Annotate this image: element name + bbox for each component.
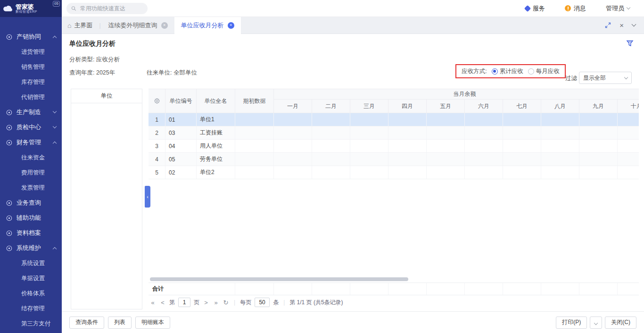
print-options-button[interactable] — [590, 316, 602, 329]
sidebar-item-business-query[interactable]: 业务查询 — [0, 195, 62, 210]
sidebar-item-label: 第三方支付 — [21, 320, 51, 328]
per-page-prefix: 每页 — [240, 299, 251, 307]
last-page-button[interactable]: » — [213, 299, 219, 306]
prev-page-button[interactable]: < — [159, 299, 166, 306]
table-row[interactable]: 101单位1 — [149, 113, 639, 126]
table-row[interactable]: 502单位2 — [149, 166, 639, 179]
column-settings-button[interactable] — [149, 89, 165, 113]
column-header-month: 四月 — [388, 100, 427, 113]
value-cell — [465, 126, 503, 139]
column-header-month: 一月 — [274, 100, 312, 113]
tab-unit-receivable-month-analysis[interactable]: 单位应收月分析 × — [174, 17, 241, 34]
column-header-month: 九月 — [579, 100, 618, 113]
column-group-month-balance: 当月余额 — [274, 89, 639, 100]
sidebar-item-label: 单据设置 — [21, 275, 45, 283]
sidebar-item-expense-management[interactable]: 费用管理 — [0, 165, 62, 180]
row-index-cell: 3 — [149, 140, 165, 152]
first-page-button[interactable]: « — [149, 299, 156, 306]
sidebar-item-purchase-management[interactable]: 进货管理 — [0, 44, 62, 59]
row-index-cell: 2 — [149, 126, 165, 139]
chevron-down-icon — [53, 109, 57, 113]
value-cell — [541, 113, 579, 126]
list-button[interactable]: 列表 — [108, 316, 132, 329]
tab-home[interactable]: ⌂ 主界面 — [62, 21, 98, 30]
value-cell — [465, 140, 503, 152]
sidebar-item-finance-management[interactable]: 财务管理 — [0, 135, 62, 150]
page-title: 单位应收月分析 — [69, 40, 116, 48]
value-cell — [274, 166, 312, 179]
receivable-mode-group: 应收方式: 累计应收 每月应收 — [455, 64, 566, 78]
radio-monthly-receivable[interactable]: 每月应收 — [528, 67, 560, 75]
maximize-icon[interactable] — [605, 22, 611, 28]
total-cell — [197, 283, 235, 295]
total-label: 合计 — [149, 283, 197, 295]
value-cell — [541, 140, 579, 152]
close-icon[interactable]: × — [161, 22, 168, 29]
menu-icon — [6, 124, 13, 131]
sidebar-item-document-settings[interactable]: 单据设置 — [0, 271, 62, 286]
radio-label: 每月应收 — [536, 67, 560, 75]
value-cell — [541, 166, 579, 179]
logo-title: 管家婆 — [16, 4, 37, 10]
unit-name-cell: 工资挂账 — [197, 126, 235, 139]
table-row[interactable]: 304用人单位 — [149, 140, 639, 153]
close-button[interactable]: 关闭(C) — [605, 316, 636, 329]
sidebar-item-quality-center[interactable]: 质检中心 — [0, 120, 62, 135]
data-table: 单位编号 单位全名 期初数据 当月余额 一月 二月 三月 四月 五月 六月 七月… — [149, 89, 639, 309]
sidebar-item-balance-management[interactable]: 结存管理 — [0, 301, 62, 316]
column-header-month: 七月 — [503, 100, 541, 113]
tree-header: 单位 — [71, 89, 142, 103]
page-number-input[interactable] — [178, 298, 190, 307]
next-page-button[interactable]: > — [203, 299, 209, 306]
close-icon[interactable]: × — [619, 21, 624, 29]
main-content: 单位应收月分析 分析类型: 应收分析 查询年度: 2025年 往来单位: 全部单… — [62, 34, 644, 311]
refresh-button[interactable]: ↻ — [223, 299, 229, 306]
radio-cumulative-receivable[interactable]: 累计应收 — [492, 67, 523, 75]
detail-ledger-button[interactable]: 明细账本 — [135, 316, 170, 329]
column-header-opening-data: 期初数据 — [235, 89, 274, 113]
per-page-input[interactable] — [255, 298, 270, 307]
service-button[interactable]: 服务 — [525, 4, 545, 13]
value-cell — [465, 153, 503, 166]
horizontal-scrollbar[interactable] — [150, 277, 408, 281]
sidebar-item-data-archives[interactable]: 资料档案 — [0, 225, 62, 241]
sidebar-item-sales-management[interactable]: 销售管理 — [0, 59, 62, 75]
value-cell — [618, 166, 639, 179]
print-button[interactable]: 打印(P) — [556, 316, 587, 329]
sidebar-item-consignment-management[interactable]: 代销管理 — [0, 90, 62, 105]
sidebar-item-production-manufacturing[interactable]: 生产制造 — [0, 105, 62, 120]
chevron-down-icon[interactable] — [632, 22, 636, 27]
collapse-panel-handle[interactable]: ‹ — [145, 186, 150, 208]
sidebar-item-inventory-management[interactable]: 库存管理 — [0, 75, 62, 90]
quick-search[interactable] — [66, 3, 148, 14]
sidebar-item-label: 财务管理 — [17, 138, 41, 147]
tab-outsourcing-detail-query[interactable]: 连续委外明细查询 × — [102, 17, 174, 34]
sidebar-item-production-sales-collaboration[interactable]: 产销协同 — [0, 29, 62, 44]
close-icon[interactable]: × — [228, 22, 234, 29]
value-cell — [579, 140, 618, 152]
sidebar-item-auxiliary-functions[interactable]: 辅助功能 — [0, 210, 62, 225]
value-cell — [427, 166, 465, 179]
column-header-month: 八月 — [541, 100, 579, 113]
sidebar-item-price-system[interactable]: 价格体系 — [0, 286, 62, 301]
gear-icon — [154, 98, 160, 104]
value-cell — [427, 126, 465, 139]
total-cell — [465, 283, 503, 295]
table-row[interactable]: 405劳务单位 — [149, 153, 639, 166]
sidebar-item-invoice-management[interactable]: 发票管理 — [0, 180, 62, 195]
messages-button[interactable]: 消息 — [565, 4, 586, 13]
tab-home-label: 主界面 — [74, 21, 92, 30]
search-input[interactable] — [79, 5, 143, 12]
table-row[interactable]: 203工资挂账 — [149, 126, 639, 140]
sidebar-item-third-party-payment[interactable]: 第三方支付 — [0, 316, 62, 331]
total-cell — [579, 283, 618, 295]
query-conditions-button[interactable]: 查询条件 — [69, 316, 104, 329]
user-menu[interactable]: 管理员 — [606, 4, 630, 13]
filter-funnel-icon[interactable] — [626, 40, 634, 49]
sidebar-item-system-maintenance[interactable]: 系统维护 — [0, 241, 62, 256]
table-body: 101单位1203工资挂账304用人单位405劳务单位502单位2 — [149, 113, 639, 283]
sidebar-item-system-settings[interactable]: 系统设置 — [0, 256, 62, 271]
chevron-down-icon — [53, 125, 57, 128]
sidebar-item-current-funds[interactable]: 往来资金 — [0, 150, 62, 165]
filter-dropdown[interactable]: 显示全部 — [579, 72, 632, 84]
